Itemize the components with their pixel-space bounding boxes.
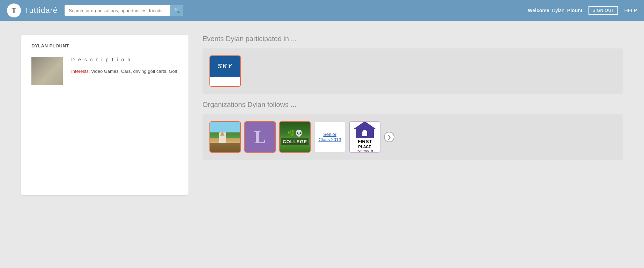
welcome-prefix: Welcome: [528, 8, 549, 13]
profile-card: DYLAN PLOUNT D e s c r i p t i o n Inter…: [21, 35, 188, 195]
org-card-purple-l[interactable]: L: [244, 121, 276, 153]
profile-card-name: DYLAN PLOUNT: [31, 43, 178, 48]
fp-roof: [354, 121, 376, 129]
profile-details: D e s c r i p t i o n Interests: Video G…: [71, 57, 178, 75]
interests-label: Interests:: [71, 69, 90, 74]
search-button[interactable]: 🔍: [170, 5, 183, 16]
sky-text: SKY: [217, 63, 232, 70]
org-landscape-image: [210, 122, 240, 152]
orgs-section-title: Organizations Dylan follows ...: [202, 101, 623, 109]
org-card-college[interactable]: 🌿💀 COLLEGE: [279, 121, 311, 153]
description-label: D e s c r i p t i o n: [71, 57, 178, 62]
interests-line: Interests: Video Games, Cars, driving go…: [71, 68, 178, 75]
senior-class-link[interactable]: Senior Class 2013: [318, 132, 342, 142]
org-college-icons: 🌿💀: [287, 129, 303, 137]
sky-logo: SKY: [210, 56, 240, 77]
org-first-place-content: FIRST PLACE FOR YOUTH: [350, 122, 380, 152]
user-last-name: Plount: [567, 8, 583, 13]
orgs-area: L 🌿💀 COLLEGE Senior Class 2013: [202, 114, 623, 160]
main-content: DYLAN PLOUNT D e s c r i p t i o n Inter…: [0, 21, 644, 209]
event-card-sky[interactable]: SKY: [209, 55, 241, 87]
event-bottom: [210, 77, 240, 86]
events-grid: SKY: [209, 55, 616, 87]
header-right: Welcome Dylan Plount SIGN OUT HELP: [528, 6, 637, 15]
events-section-title: Events Dylan participated in ...: [202, 35, 623, 43]
profile-info: D e s c r i p t i o n Interests: Video G…: [31, 57, 178, 85]
header: T Tuttidaré 🔍 Welcome Dylan Plount SIGN …: [0, 0, 644, 21]
sign-out-button[interactable]: SIGN OUT: [589, 6, 618, 15]
help-link[interactable]: HELP: [624, 8, 637, 13]
fp-place: PLACE: [357, 145, 373, 149]
fp-first: FIRST: [357, 139, 373, 145]
fp-text: FIRST PLACE FOR YOUTH: [357, 139, 373, 153]
org-senior-class-content: Senior Class 2013: [315, 122, 345, 152]
purple-l-letter: L: [254, 127, 266, 147]
user-first-name: Dylan: [552, 8, 564, 13]
org-college-bg: 🌿💀 COLLEGE: [280, 122, 310, 152]
events-area: SKY: [202, 48, 623, 94]
orgs-grid: L 🌿💀 COLLEGE Senior Class 2013: [209, 121, 616, 153]
org-card-first-place[interactable]: FIRST PLACE FOR YOUTH: [349, 121, 380, 153]
org-college-text: COLLEGE: [281, 138, 309, 145]
fp-body: [356, 128, 374, 138]
interests-value: Video Games, Cars, driving golf carts, G…: [91, 69, 177, 74]
avatar: [31, 57, 63, 85]
fp-for-youth: FOR YOUTH: [357, 149, 373, 153]
search-input[interactable]: [65, 6, 170, 16]
avatar-image: [31, 57, 63, 85]
app-name: Tuttidaré: [24, 6, 58, 15]
org-card-landscape[interactable]: [209, 121, 241, 153]
welcome-text: Welcome Dylan Plount: [528, 8, 582, 13]
right-panel: Events Dylan participated in ... SKY Org…: [202, 35, 623, 160]
org-purple-l-bg: L: [245, 122, 275, 152]
org-card-senior-class[interactable]: Senior Class 2013: [314, 121, 346, 153]
logo-icon: T: [7, 3, 21, 17]
search-bar[interactable]: 🔍: [65, 5, 183, 16]
logo-area: T Tuttidaré: [7, 3, 58, 17]
orgs-next-arrow[interactable]: ❯: [384, 132, 394, 142]
fp-door: [362, 130, 367, 136]
